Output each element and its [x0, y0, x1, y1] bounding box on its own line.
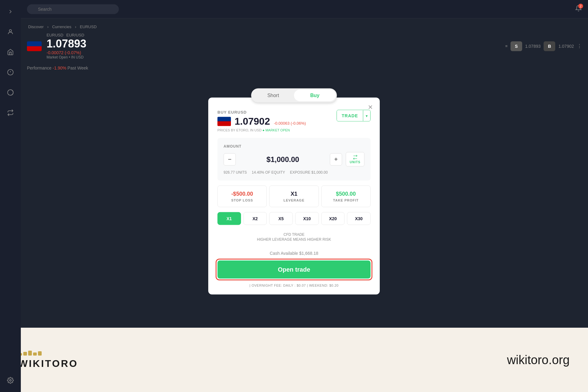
notification-bell[interactable]: 2	[575, 5, 582, 13]
sidebar-profile-icon[interactable]	[5, 26, 16, 37]
search-wrapper	[27, 4, 119, 14]
currency-info: EURUSD EUR/USD 1.07893 -0.00072 (-0.07%)…	[47, 33, 86, 59]
cfd-notice: CFD TRADE HIGHER LEVERAGE MEANS HIGHER R…	[217, 230, 371, 245]
amount-info: 926.77 UNITS 14.40% OF EQUITY EXPOSURE $…	[224, 170, 364, 175]
logo-dot-4	[33, 352, 37, 356]
take-profit-box[interactable]: $500.00 TAKE PROFIT	[321, 186, 371, 207]
leverage-x2-button[interactable]: X2	[243, 212, 267, 225]
take-profit-label: TAKE PROFIT	[326, 198, 365, 202]
tab-short[interactable]: Short	[252, 90, 294, 101]
stop-loss-box[interactable]: -$500.00 STOP LOSS	[217, 186, 267, 207]
currency-price: 1.07893	[47, 37, 86, 50]
trade-modal: Short Buy ✕ BUY EURUSD 1.07902 -0.00063 …	[208, 98, 380, 295]
tab-buy[interactable]: Buy	[294, 90, 336, 101]
stop-loss-value: -$500.00	[223, 191, 262, 197]
buy-flag	[217, 117, 231, 126]
leverage-x30-button[interactable]: X30	[347, 212, 371, 225]
buy-price-change: -0.00063 (-0.06%)	[274, 121, 306, 126]
units-toggle-button[interactable]: UNITS	[346, 152, 364, 167]
search-input[interactable]	[27, 4, 119, 14]
sidebar-settings-icon[interactable]	[5, 375, 16, 386]
trade-params: -$500.00 STOP LOSS X1 LEVERAGE $500.00 T…	[217, 186, 371, 207]
svg-point-5	[9, 379, 11, 381]
logo-dot-5	[38, 351, 42, 356]
cfd-line2: HIGHER LEVERAGE MEANS HIGHER RISK	[220, 237, 368, 242]
footer: WIKITORO wikitoro.org	[0, 328, 588, 392]
logo-dot-3	[28, 351, 32, 356]
market-open-badge: ● MARKET OPEN	[262, 128, 290, 132]
logo-dot-2	[23, 352, 27, 356]
buy-info: BUY EURUSD 1.07902 -0.00063 (-0.06%) PRI…	[217, 110, 306, 132]
sidebar-home-icon[interactable]	[5, 47, 16, 58]
overnight-fee: | OVERNIGHT FEE: DAILY : $0.07 | WEEKEND…	[217, 284, 371, 287]
leverage-buttons: X1 X2 X5 X10 X20 X30	[217, 212, 371, 225]
buy-header: BUY EURUSD 1.07902 -0.00063 (-0.06%) PRI…	[217, 110, 371, 132]
perf-label: Performance	[27, 66, 51, 70]
sidebar-arrow-icon[interactable]	[5, 6, 16, 17]
buy-indicator: B	[544, 41, 555, 51]
performance-section: Performance -1.90% Past Week	[27, 66, 582, 70]
buy-title: BUY EURUSD	[217, 110, 306, 115]
buy-price-container: 1.07902 -0.00063 (-0.06%)	[235, 116, 306, 127]
leverage-x1-button[interactable]: X1	[217, 212, 241, 225]
amount-decrease-button[interactable]: −	[224, 153, 236, 165]
units-label: UNITS	[350, 160, 360, 164]
sidebar-watchlist-icon[interactable]	[5, 67, 16, 78]
sidebar-portfolio-icon[interactable]	[5, 87, 16, 98]
amount-controls: − $1,000.00 + UNITS	[224, 152, 364, 167]
price-info: PRICES BY ETORO, IN USD ● MARKET OPEN	[217, 128, 306, 132]
currency-flag	[27, 41, 42, 51]
header-menu-icon[interactable]: ≡	[505, 44, 508, 48]
currency-header: EURUSD EUR/USD 1.07893 -0.00072 (-0.07%)…	[27, 33, 582, 59]
header-price-s: 1.07893	[525, 44, 541, 49]
exposure: EXPOSURE $1,000.00	[290, 170, 328, 175]
open-trade-button[interactable]: Open trade	[217, 261, 371, 279]
leverage-x10-button[interactable]: X10	[295, 212, 319, 225]
leverage-box[interactable]: X1 LEVERAGE	[269, 186, 318, 207]
header-more-icon[interactable]: ⋮	[577, 43, 582, 49]
leverage-x5-button[interactable]: X5	[269, 212, 293, 225]
equity-pct: 14.40% OF EQUITY	[252, 170, 285, 175]
cfd-line1: CFD TRADE	[220, 232, 368, 237]
amount-section: AMOUNT − $1,000.00 + UNITS 926.77 UNITS …	[217, 138, 371, 181]
currency-name-pair: EURUSD EUR/USD	[47, 33, 86, 37]
amount-increase-button[interactable]: +	[330, 153, 342, 165]
wikitoro-logo: WIKITORO	[18, 351, 78, 369]
svg-point-0	[9, 30, 11, 32]
sidebar	[0, 0, 21, 392]
topbar: 2	[21, 0, 588, 18]
breadcrumb-sep2: ›	[75, 24, 76, 29]
stop-loss-label: STOP LOSS	[223, 198, 262, 202]
cash-available: Cash Available $1,668.18	[217, 251, 371, 256]
breadcrumb: Discover › Currencies › EURUSD	[27, 24, 582, 29]
amount-label: AMOUNT	[224, 144, 364, 149]
amount-value: $1,000.00	[239, 155, 326, 164]
breadcrumb-discover[interactable]: Discover	[28, 24, 44, 29]
header-price-b: 1.07902	[558, 44, 574, 49]
buy-price: 1.07902	[235, 116, 270, 127]
logo-text: WIKITORO	[18, 358, 78, 369]
notification-badge: 2	[578, 4, 583, 9]
currency-change: -0.00072 (-0.07%)	[47, 50, 86, 55]
breadcrumb-eurusd: EURUSD	[80, 24, 97, 29]
take-profit-value: $500.00	[326, 191, 365, 197]
modal-body: BUY EURUSD 1.07902 -0.00063 (-0.06%) PRI…	[208, 98, 380, 295]
short-indicator: S	[511, 41, 522, 51]
leverage-label: LEVERAGE	[274, 198, 313, 202]
breadcrumb-sep1: ›	[47, 24, 48, 29]
units-count: 926.77 UNITS	[224, 170, 247, 175]
trade-button-group: TRADE ▾	[337, 110, 371, 122]
modal-close-button[interactable]: ✕	[365, 102, 375, 112]
header-right: ≡ S 1.07893 B 1.07902 ⋮	[505, 41, 582, 51]
market-status: Market Open • IN USD	[47, 55, 86, 59]
perf-period: Past Week	[67, 66, 88, 70]
trade-main-button[interactable]: TRADE	[337, 110, 363, 121]
leverage-x20-button[interactable]: X20	[321, 212, 345, 225]
modal-tab-bar: Short Buy	[251, 89, 337, 103]
sidebar-trade-icon[interactable]	[5, 107, 16, 118]
breadcrumb-currencies[interactable]: Currencies	[52, 24, 71, 29]
buy-currency-row: 1.07902 -0.00063 (-0.06%)	[217, 116, 306, 127]
logo-dots	[18, 351, 78, 356]
leverage-value: X1	[274, 191, 313, 197]
perf-value: -1.90%	[53, 66, 66, 70]
